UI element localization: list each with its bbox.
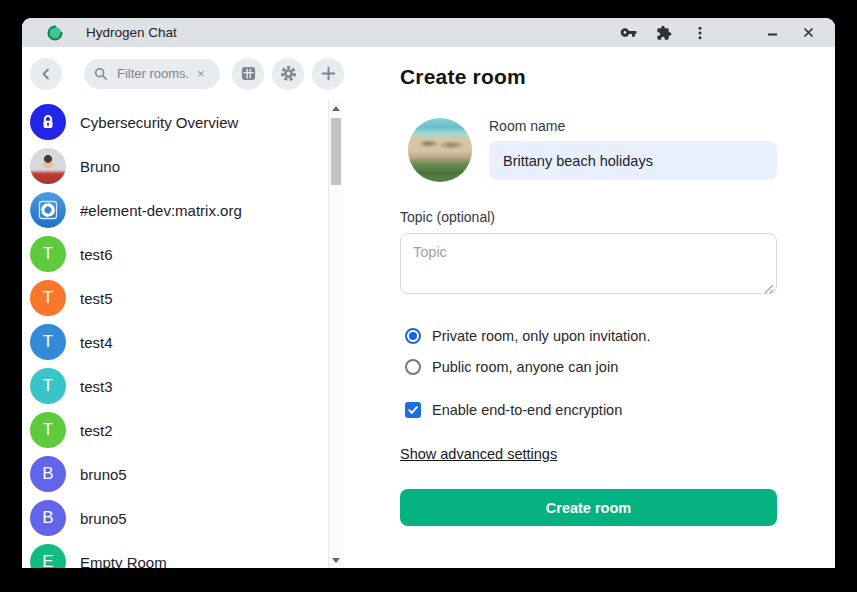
clear-filter-icon[interactable]: × (197, 67, 205, 80)
settings-button[interactable] (272, 58, 304, 90)
room-list-item[interactable]: Ttest4 (30, 320, 344, 364)
room-name: test3 (80, 378, 113, 395)
room-name: test6 (80, 246, 113, 263)
encryption-checkbox[interactable] (405, 402, 421, 418)
element-logo-avatar (30, 192, 66, 228)
room-list-item[interactable]: EEmpty Room (30, 540, 344, 568)
room-list: Cybersecurity OverviewBruno#element-dev:… (22, 100, 344, 568)
room-list-item[interactable]: Bruno (30, 144, 344, 188)
initial-avatar: B (30, 500, 66, 536)
show-advanced-settings-link[interactable]: Show advanced settings (400, 446, 557, 462)
room-name-input[interactable] (489, 141, 777, 180)
extensions-icon[interactable] (653, 22, 675, 44)
encryption-label: Enable end-to-end encryption (432, 402, 622, 418)
room-list-item[interactable]: Ttest2 (30, 408, 344, 452)
create-room-button[interactable]: Create room (400, 489, 777, 526)
initial-avatar: T (30, 368, 66, 404)
room-name: #element-dev:matrix.org (80, 202, 242, 219)
close-button[interactable] (797, 22, 819, 44)
topic-input[interactable] (400, 233, 777, 294)
room-list-item[interactable]: Bbruno5 (30, 496, 344, 540)
radio-public[interactable] (405, 359, 421, 375)
radio-private[interactable] (405, 328, 421, 344)
room-name: Bruno (80, 158, 120, 175)
grid-icon (240, 65, 257, 82)
initial-avatar: T (30, 280, 66, 316)
room-avatar-picker[interactable] (408, 118, 472, 182)
room-name-label: Room name (489, 118, 777, 134)
scrollbar-thumb[interactable] (331, 118, 341, 185)
grid-view-button[interactable] (232, 58, 264, 90)
hydrogen-logo-icon (47, 25, 63, 41)
room-name: Empty Room (80, 554, 167, 569)
private-room-option[interactable]: Private room, only upon invitation. (405, 325, 777, 347)
sidebar: × (22, 47, 344, 568)
minimize-button[interactable] (761, 22, 783, 44)
room-name: test2 (80, 422, 113, 439)
encryption-option[interactable]: Enable end-to-end encryption (405, 399, 777, 421)
initial-avatar: T (30, 324, 66, 360)
window-title: Hydrogen Chat (86, 25, 617, 40)
initial-avatar: E (30, 544, 66, 568)
scroll-up-icon[interactable] (329, 101, 343, 115)
initial-avatar: T (30, 412, 66, 448)
scroll-down-icon[interactable] (329, 553, 343, 567)
person-photo-avatar (30, 148, 66, 184)
room-list-item[interactable]: Cybersecurity Overview (30, 100, 344, 144)
create-room-panel: Create room Room name Topic (optional) P (344, 47, 835, 568)
checkmark-icon (407, 404, 419, 416)
topic-label: Topic (optional) (400, 209, 777, 225)
app-window: Hydrogen Chat (22, 18, 835, 568)
room-list-item[interactable]: #element-dev:matrix.org (30, 188, 344, 232)
lock-avatar (30, 104, 66, 140)
search-icon (94, 67, 108, 81)
public-room-label: Public room, anyone can join (432, 359, 618, 375)
filter-rooms-field[interactable]: × (84, 59, 220, 89)
room-name: bruno5 (80, 510, 127, 527)
plus-icon (321, 66, 336, 81)
initial-avatar: T (30, 236, 66, 272)
public-room-option[interactable]: Public room, anyone can join (405, 356, 777, 378)
back-button[interactable] (30, 58, 62, 90)
key-icon[interactable] (617, 22, 639, 44)
room-name: bruno5 (80, 466, 127, 483)
room-list-item[interactable]: Bbruno5 (30, 452, 344, 496)
sidebar-scrollbar[interactable] (328, 100, 344, 568)
kebab-menu-icon[interactable] (689, 22, 711, 44)
sidebar-toolbar: × (22, 47, 344, 100)
add-room-button[interactable] (312, 58, 344, 90)
room-name: test4 (80, 334, 113, 351)
element-logo-icon (30, 192, 66, 228)
resize-handle-icon[interactable] (764, 284, 774, 294)
page-title: Create room (400, 65, 777, 89)
room-name: test5 (80, 290, 113, 307)
title-bar: Hydrogen Chat (22, 18, 835, 47)
room-list-item[interactable]: Ttest5 (30, 276, 344, 320)
initial-avatar: B (30, 456, 66, 492)
lock-icon (39, 113, 57, 131)
room-list-item[interactable]: Ttest6 (30, 232, 344, 276)
private-room-label: Private room, only upon invitation. (432, 328, 650, 344)
room-name: Cybersecurity Overview (80, 114, 238, 131)
filter-rooms-input[interactable] (115, 65, 195, 82)
gear-icon (279, 64, 298, 83)
room-list-item[interactable]: Ttest3 (30, 364, 344, 408)
